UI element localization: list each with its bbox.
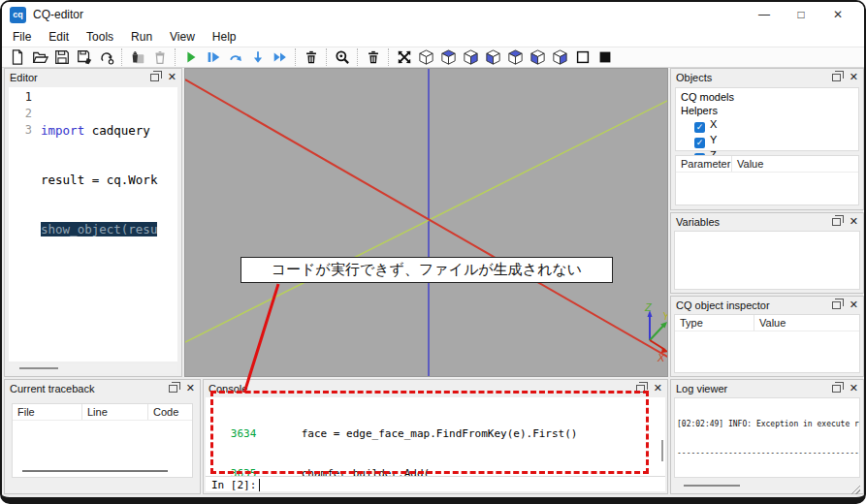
- column-header-code[interactable]: Code: [148, 404, 192, 420]
- console-line: 3635 chamfer_builder.Add(: [211, 467, 665, 477]
- float-panel-icon[interactable]: [832, 74, 841, 81]
- left-view-icon[interactable]: [482, 47, 504, 67]
- inspect-icon[interactable]: [331, 47, 353, 67]
- float-panel-icon[interactable]: [636, 385, 645, 393]
- front-view-icon[interactable]: [504, 47, 527, 67]
- toolbar: [2, 47, 864, 68]
- save-icon[interactable]: [50, 47, 73, 67]
- editor-horizontal-scrollbar[interactable]: [9, 364, 177, 373]
- console-vertical-scrollbar[interactable]: [661, 440, 663, 461]
- current-traceback-panel: Current traceback ✕ File Line Code: [4, 379, 201, 494]
- shaded-view-icon[interactable]: [593, 47, 616, 67]
- close-panel-icon[interactable]: ✕: [850, 299, 858, 310]
- close-panel-icon[interactable]: ✕: [850, 72, 858, 82]
- variables-list: [674, 231, 860, 290]
- debug-icon[interactable]: [202, 47, 224, 67]
- editor-panel: Editor ✕ 1 2 3 import cadquery result = …: [4, 68, 182, 377]
- console-prompt[interactable]: In [2]:​: [206, 476, 665, 491]
- variables-panel-title: Variables: [676, 216, 720, 228]
- continue-icon[interactable]: [269, 47, 291, 67]
- log-horizontal-scrollbar[interactable]: [674, 482, 860, 489]
- fit-view-icon[interactable]: [393, 47, 415, 67]
- checkbox-y[interactable]: [694, 138, 705, 148]
- console-output[interactable]: 3634 face = edge_face_map.FindFromKey(e)…: [206, 397, 665, 476]
- tree-item-cq-models[interactable]: CQ models: [681, 90, 853, 104]
- code-line-selected: show_object(resu: [41, 221, 157, 237]
- float-panel-icon[interactable]: [832, 218, 841, 226]
- log-output[interactable]: [02:02:49] INFO: Exception in execute re…: [674, 397, 860, 478]
- tree-item-helpers[interactable]: Helpers: [681, 104, 853, 117]
- inspector-panel-title: CQ object inspector: [676, 299, 770, 311]
- wireframe-view-icon[interactable]: [571, 47, 593, 67]
- code-line: result = cq.Work: [41, 172, 157, 188]
- menu-tools[interactable]: Tools: [78, 30, 122, 44]
- menu-edit[interactable]: Edit: [40, 30, 78, 44]
- column-header-type[interactable]: Type: [675, 315, 754, 331]
- delete-disabled-icon[interactable]: [148, 47, 171, 67]
- column-header-parameter[interactable]: Parameter: [676, 156, 732, 172]
- title-bar: cq CQ-editor — □ ✕: [2, 2, 864, 27]
- column-header-value[interactable]: Value: [732, 156, 858, 172]
- float-panel-icon[interactable]: [169, 385, 177, 393]
- code-editor[interactable]: 1 2 3 import cadquery result = cq.Work s…: [9, 87, 177, 362]
- log-viewer-panel-title: Log viewer: [676, 383, 727, 394]
- objects-panel-title: Objects: [676, 72, 712, 83]
- copy-traceback-icon[interactable]: [126, 47, 148, 67]
- 3d-viewport[interactable]: Z Y X: [184, 68, 668, 377]
- close-button[interactable]: ✕: [819, 8, 856, 21]
- close-panel-icon[interactable]: ✕: [186, 383, 195, 394]
- menu-run[interactable]: Run: [122, 30, 161, 44]
- float-panel-icon[interactable]: [832, 301, 841, 309]
- run-icon[interactable]: [179, 47, 202, 67]
- log-viewer-panel: Log viewer ✕ [02:02:49] INFO: Exception …: [670, 379, 864, 494]
- checkbox-x[interactable]: [694, 122, 705, 133]
- y-axis-line: [185, 100, 668, 342]
- new-file-icon[interactable]: [6, 47, 28, 67]
- close-panel-icon[interactable]: ✕: [850, 216, 858, 227]
- tree-item-y[interactable]: Y: [681, 133, 853, 148]
- maximize-button[interactable]: □: [783, 8, 819, 21]
- line-numbers: 1 2 3: [9, 87, 41, 362]
- code-line: import cadquery: [41, 122, 157, 139]
- open-file-icon[interactable]: [28, 47, 50, 67]
- resize-grip-icon[interactable]: [851, 486, 860, 494]
- back-view-icon[interactable]: [527, 47, 549, 67]
- autoreload-icon[interactable]: [95, 47, 117, 67]
- close-panel-icon[interactable]: ✕: [168, 72, 176, 82]
- delete-traceback-icon[interactable]: [300, 47, 322, 67]
- app-window: cq CQ-editor — □ ✕ File Edit Tools Run V…: [0, 0, 866, 504]
- window-title: CQ-editor: [33, 8, 83, 21]
- top-view-icon[interactable]: [437, 47, 460, 67]
- step-in-icon[interactable]: [246, 47, 269, 67]
- menu-help[interactable]: Help: [204, 30, 245, 44]
- column-header-value[interactable]: Value: [754, 315, 859, 331]
- x-axis-label: X: [657, 352, 665, 363]
- z-axis-label: Z: [644, 301, 653, 313]
- app-logo-text: cq: [13, 10, 23, 19]
- traceback-panel-title: Current traceback: [10, 383, 94, 394]
- cq-object-inspector-panel: CQ object inspector ✕ Type Value: [670, 296, 864, 377]
- tree-item-x[interactable]: X: [681, 117, 853, 133]
- float-panel-icon[interactable]: [832, 385, 841, 393]
- step-icon[interactable]: [224, 47, 246, 67]
- column-header-line[interactable]: Line: [82, 404, 148, 420]
- float-panel-icon[interactable]: [150, 74, 159, 81]
- variables-panel: Variables ✕: [670, 212, 864, 294]
- save-as-icon[interactable]: [73, 47, 95, 67]
- menu-view[interactable]: View: [161, 30, 204, 44]
- close-panel-icon[interactable]: ✕: [654, 383, 662, 394]
- column-header-file[interactable]: File: [13, 404, 82, 420]
- iso-view-icon[interactable]: [415, 47, 437, 67]
- clear-console-icon[interactable]: [362, 47, 384, 67]
- objects-panel: Objects ✕ CQ models Helpers X Y Z Parame…: [670, 68, 864, 210]
- menu-file[interactable]: File: [4, 30, 40, 44]
- log-line: ----------------------------------------…: [677, 449, 859, 458]
- app-logo-icon: cq: [10, 7, 26, 23]
- right-view-icon[interactable]: [460, 47, 482, 67]
- axis-triad: Z Y X: [644, 301, 668, 363]
- minimize-button[interactable]: —: [746, 8, 783, 21]
- editor-panel-title: Editor: [10, 72, 38, 83]
- traceback-horizontal-scrollbar[interactable]: [22, 470, 168, 472]
- bottom-view-icon[interactable]: [549, 47, 571, 67]
- close-panel-icon[interactable]: ✕: [850, 383, 858, 394]
